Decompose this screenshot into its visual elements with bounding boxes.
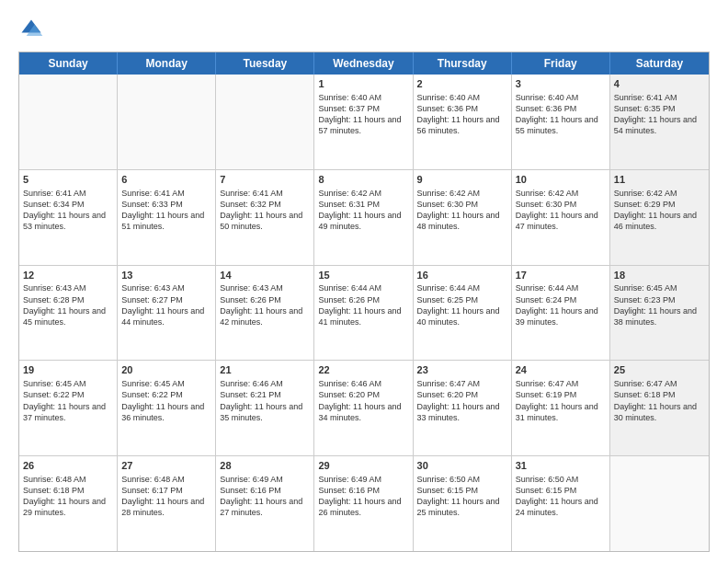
header-day-friday: Friday bbox=[512, 52, 610, 75]
day-cell-29: 29Sunrise: 6:49 AM Sunset: 6:16 PM Dayli… bbox=[314, 456, 413, 551]
day-details: Sunrise: 6:40 AM Sunset: 6:37 PM Dayligh… bbox=[318, 92, 408, 137]
day-details: Sunrise: 6:41 AM Sunset: 6:35 PM Dayligh… bbox=[614, 92, 705, 137]
day-details: Sunrise: 6:42 AM Sunset: 6:30 PM Dayligh… bbox=[516, 188, 606, 233]
day-cell-20: 20Sunrise: 6:45 AM Sunset: 6:22 PM Dayli… bbox=[118, 361, 216, 455]
day-number: 24 bbox=[516, 363, 606, 377]
header-day-saturday: Saturday bbox=[610, 52, 709, 75]
day-cell-13: 13Sunrise: 6:43 AM Sunset: 6:27 PM Dayli… bbox=[118, 266, 216, 361]
day-number: 23 bbox=[417, 363, 507, 377]
day-cell-23: 23Sunrise: 6:47 AM Sunset: 6:20 PM Dayli… bbox=[414, 361, 512, 455]
day-cell-15: 15Sunrise: 6:44 AM Sunset: 6:26 PM Dayli… bbox=[314, 266, 413, 361]
day-details: Sunrise: 6:43 AM Sunset: 6:27 PM Dayligh… bbox=[121, 282, 211, 327]
day-number: 6 bbox=[121, 173, 211, 187]
day-cell-22: 22Sunrise: 6:46 AM Sunset: 6:20 PM Dayli… bbox=[314, 361, 413, 455]
day-number: 15 bbox=[318, 269, 408, 282]
day-details: Sunrise: 6:42 AM Sunset: 6:31 PM Dayligh… bbox=[318, 188, 408, 233]
day-number: 21 bbox=[220, 363, 310, 377]
day-details: Sunrise: 6:48 AM Sunset: 6:17 PM Dayligh… bbox=[121, 474, 211, 519]
day-cell-9: 9Sunrise: 6:42 AM Sunset: 6:30 PM Daylig… bbox=[414, 170, 512, 265]
day-number: 11 bbox=[614, 173, 705, 187]
header-day-sunday: Sunday bbox=[19, 52, 118, 75]
day-details: Sunrise: 6:49 AM Sunset: 6:16 PM Dayligh… bbox=[318, 474, 408, 519]
calendar-row-1: 1Sunrise: 6:40 AM Sunset: 6:37 PM Daylig… bbox=[19, 75, 709, 169]
day-details: Sunrise: 6:41 AM Sunset: 6:34 PM Dayligh… bbox=[23, 188, 113, 233]
day-details: Sunrise: 6:41 AM Sunset: 6:32 PM Dayligh… bbox=[220, 188, 310, 233]
day-number: 13 bbox=[121, 269, 211, 282]
day-details: Sunrise: 6:50 AM Sunset: 6:15 PM Dayligh… bbox=[516, 474, 606, 519]
day-cell-30: 30Sunrise: 6:50 AM Sunset: 6:15 PM Dayli… bbox=[414, 456, 512, 551]
day-details: Sunrise: 6:45 AM Sunset: 6:22 PM Dayligh… bbox=[23, 378, 113, 423]
day-number: 4 bbox=[614, 77, 705, 91]
day-details: Sunrise: 6:40 AM Sunset: 6:36 PM Dayligh… bbox=[516, 92, 606, 137]
day-cell-11: 11Sunrise: 6:42 AM Sunset: 6:29 PM Dayli… bbox=[610, 170, 709, 265]
day-number: 14 bbox=[220, 269, 310, 282]
day-cell-25: 25Sunrise: 6:47 AM Sunset: 6:18 PM Dayli… bbox=[610, 361, 709, 455]
day-cell-5: 5Sunrise: 6:41 AM Sunset: 6:34 PM Daylig… bbox=[19, 170, 118, 265]
empty-cell-r4c6 bbox=[610, 456, 709, 551]
day-details: Sunrise: 6:45 AM Sunset: 6:23 PM Dayligh… bbox=[614, 282, 705, 327]
day-cell-1: 1Sunrise: 6:40 AM Sunset: 6:37 PM Daylig… bbox=[314, 75, 413, 169]
empty-cell-r0c2 bbox=[216, 75, 314, 169]
day-number: 1 bbox=[318, 77, 408, 91]
day-number: 31 bbox=[516, 459, 606, 473]
day-cell-6: 6Sunrise: 6:41 AM Sunset: 6:33 PM Daylig… bbox=[118, 170, 216, 265]
day-number: 27 bbox=[121, 459, 211, 473]
calendar-header: SundayMondayTuesdayWednesdayThursdayFrid… bbox=[19, 52, 709, 75]
day-number: 10 bbox=[516, 173, 606, 187]
day-cell-16: 16Sunrise: 6:44 AM Sunset: 6:25 PM Dayli… bbox=[414, 266, 512, 361]
logo bbox=[18, 17, 48, 42]
day-cell-26: 26Sunrise: 6:48 AM Sunset: 6:18 PM Dayli… bbox=[19, 456, 118, 551]
calendar-row-3: 12Sunrise: 6:43 AM Sunset: 6:28 PM Dayli… bbox=[19, 265, 709, 361]
day-details: Sunrise: 6:47 AM Sunset: 6:19 PM Dayligh… bbox=[516, 378, 606, 423]
day-cell-8: 8Sunrise: 6:42 AM Sunset: 6:31 PM Daylig… bbox=[314, 170, 413, 265]
day-number: 3 bbox=[516, 77, 606, 91]
day-details: Sunrise: 6:48 AM Sunset: 6:18 PM Dayligh… bbox=[23, 474, 113, 519]
calendar-row-5: 26Sunrise: 6:48 AM Sunset: 6:18 PM Dayli… bbox=[19, 455, 709, 551]
empty-cell-r0c1 bbox=[118, 75, 216, 169]
day-number: 28 bbox=[220, 459, 310, 473]
day-details: Sunrise: 6:47 AM Sunset: 6:20 PM Dayligh… bbox=[417, 378, 507, 423]
day-cell-21: 21Sunrise: 6:46 AM Sunset: 6:21 PM Dayli… bbox=[216, 361, 314, 455]
day-cell-17: 17Sunrise: 6:44 AM Sunset: 6:24 PM Dayli… bbox=[512, 266, 610, 361]
day-details: Sunrise: 6:44 AM Sunset: 6:25 PM Dayligh… bbox=[417, 282, 507, 327]
calendar: SundayMondayTuesdayWednesdayThursdayFrid… bbox=[18, 52, 710, 552]
day-cell-24: 24Sunrise: 6:47 AM Sunset: 6:19 PM Dayli… bbox=[512, 361, 610, 455]
day-cell-28: 28Sunrise: 6:49 AM Sunset: 6:16 PM Dayli… bbox=[216, 456, 314, 551]
day-cell-12: 12Sunrise: 6:43 AM Sunset: 6:28 PM Dayli… bbox=[19, 266, 118, 361]
day-details: Sunrise: 6:46 AM Sunset: 6:20 PM Dayligh… bbox=[318, 378, 408, 423]
day-cell-14: 14Sunrise: 6:43 AM Sunset: 6:26 PM Dayli… bbox=[216, 266, 314, 361]
header-day-monday: Monday bbox=[118, 52, 216, 75]
day-details: Sunrise: 6:46 AM Sunset: 6:21 PM Dayligh… bbox=[220, 378, 310, 423]
day-cell-7: 7Sunrise: 6:41 AM Sunset: 6:32 PM Daylig… bbox=[216, 170, 314, 265]
day-cell-4: 4Sunrise: 6:41 AM Sunset: 6:35 PM Daylig… bbox=[610, 75, 709, 169]
calendar-row-4: 19Sunrise: 6:45 AM Sunset: 6:22 PM Dayli… bbox=[19, 360, 709, 455]
day-details: Sunrise: 6:49 AM Sunset: 6:16 PM Dayligh… bbox=[220, 474, 310, 519]
day-number: 16 bbox=[417, 269, 507, 282]
day-cell-18: 18Sunrise: 6:45 AM Sunset: 6:23 PM Dayli… bbox=[610, 266, 709, 361]
day-cell-19: 19Sunrise: 6:45 AM Sunset: 6:22 PM Dayli… bbox=[19, 361, 118, 455]
day-cell-27: 27Sunrise: 6:48 AM Sunset: 6:17 PM Dayli… bbox=[118, 456, 216, 551]
day-details: Sunrise: 6:50 AM Sunset: 6:15 PM Dayligh… bbox=[417, 474, 507, 519]
calendar-row-2: 5Sunrise: 6:41 AM Sunset: 6:34 PM Daylig… bbox=[19, 169, 709, 265]
header bbox=[18, 17, 710, 42]
day-details: Sunrise: 6:44 AM Sunset: 6:24 PM Dayligh… bbox=[516, 282, 606, 327]
day-number: 30 bbox=[417, 459, 507, 473]
day-number: 9 bbox=[417, 173, 507, 187]
day-number: 18 bbox=[614, 269, 705, 282]
header-day-thursday: Thursday bbox=[414, 52, 512, 75]
day-number: 8 bbox=[318, 173, 408, 187]
day-number: 7 bbox=[220, 173, 310, 187]
day-number: 2 bbox=[417, 77, 507, 91]
logo-icon bbox=[18, 17, 44, 42]
day-details: Sunrise: 6:42 AM Sunset: 6:30 PM Dayligh… bbox=[417, 188, 507, 233]
day-cell-2: 2Sunrise: 6:40 AM Sunset: 6:36 PM Daylig… bbox=[414, 75, 512, 169]
day-cell-3: 3Sunrise: 6:40 AM Sunset: 6:36 PM Daylig… bbox=[512, 75, 610, 169]
day-details: Sunrise: 6:47 AM Sunset: 6:18 PM Dayligh… bbox=[614, 378, 705, 423]
day-details: Sunrise: 6:44 AM Sunset: 6:26 PM Dayligh… bbox=[318, 282, 408, 327]
day-number: 17 bbox=[516, 269, 606, 282]
empty-cell-r0c0 bbox=[19, 75, 118, 169]
day-number: 26 bbox=[23, 459, 113, 473]
day-details: Sunrise: 6:43 AM Sunset: 6:28 PM Dayligh… bbox=[23, 282, 113, 327]
header-day-tuesday: Tuesday bbox=[216, 52, 314, 75]
page: SundayMondayTuesdayWednesdayThursdayFrid… bbox=[0, 0, 728, 563]
